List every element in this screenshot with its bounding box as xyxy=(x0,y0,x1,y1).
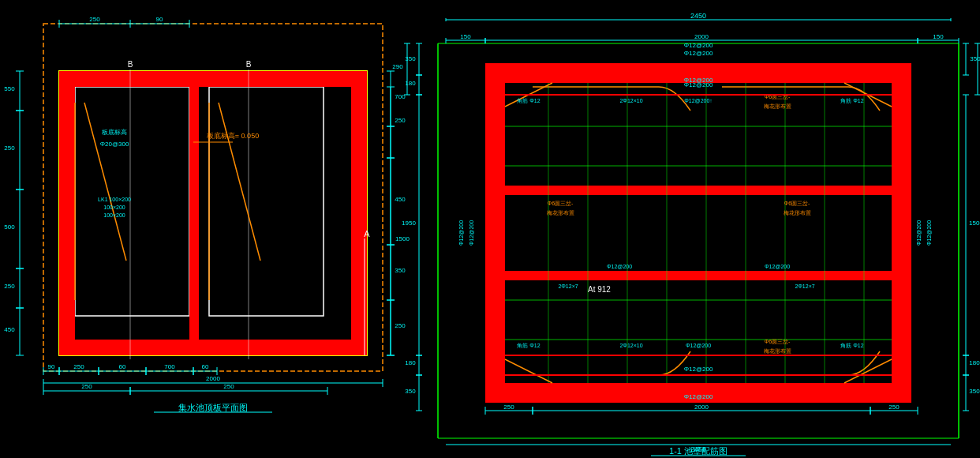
cad-drawing-canvas xyxy=(0,0,980,458)
